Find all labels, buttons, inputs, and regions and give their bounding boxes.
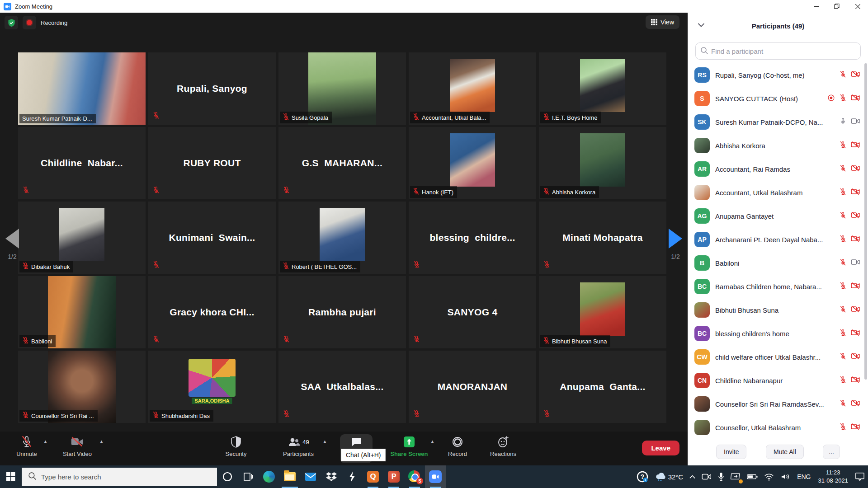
find-participant-input[interactable]	[695, 42, 861, 60]
video-on-icon[interactable]	[851, 117, 860, 127]
security-button[interactable]: Security	[214, 434, 258, 463]
video-tile[interactable]: Childline Nabar...	[18, 127, 146, 199]
participants-button[interactable]: 49 ▲ Participants	[271, 434, 326, 463]
mic-muted-icon[interactable]	[840, 352, 846, 362]
taskbar-app-powerpoint[interactable]: P	[383, 465, 404, 488]
video-tile[interactable]: Kunimani Swain...	[148, 202, 276, 274]
video-tile[interactable]: Anupama Ganta...	[539, 351, 666, 423]
participant-row[interactable]: Bibhuti Bhusan Suna	[688, 298, 864, 322]
video-tile[interactable]: Abhisha Korkora	[539, 127, 666, 199]
video-on-icon[interactable]	[851, 258, 860, 267]
participant-row[interactable]: APArchanarani Pt. Deen Dayal Naba...	[688, 228, 864, 251]
video-tile[interactable]: Minati Mohapatra	[539, 202, 666, 274]
help-tray-icon[interactable]: ?i	[633, 465, 651, 488]
video-tile[interactable]: Counsellor Sri Sri Rai ...	[18, 351, 146, 423]
mic-muted-icon[interactable]	[840, 376, 846, 385]
video-tile[interactable]: SANYOG 4	[409, 276, 536, 348]
hidden-icons-chevron[interactable]	[686, 465, 698, 488]
language-indicator[interactable]: ENG	[793, 473, 814, 480]
video-tile[interactable]: MANORANJAN	[409, 351, 536, 423]
mic-muted-icon[interactable]	[840, 70, 846, 80]
participant-row[interactable]: Abhisha Korkora	[688, 134, 864, 157]
minimize-button[interactable]	[806, 0, 826, 13]
action-center-button[interactable]	[852, 465, 868, 488]
video-tile[interactable]: Robert ( BETHEL GOS...	[278, 202, 406, 274]
participant-row[interactable]: CNChildline Nabaranapur	[688, 369, 864, 392]
video-off-icon[interactable]	[851, 235, 860, 244]
invite-button[interactable]: Invite	[716, 445, 746, 459]
taskbar-app-chrome[interactable]: S	[404, 465, 425, 488]
video-tile[interactable]: SARA,ODISHA Shubhadarshi Das	[148, 351, 276, 423]
mic-muted-icon[interactable]	[840, 423, 846, 432]
start-video-button[interactable]: ▲ Start Video	[52, 434, 102, 463]
panel-collapse-chevron-icon[interactable]	[698, 21, 704, 29]
mute-all-button[interactable]: Mute All	[766, 445, 804, 459]
grid-page-next[interactable]: 1/2	[665, 229, 686, 260]
previous-page-arrow-icon[interactable]	[5, 229, 19, 249]
share-options-chevron[interactable]: ▲	[430, 439, 435, 444]
video-off-icon[interactable]	[851, 329, 860, 338]
participant-row[interactable]: BBabiloni	[688, 251, 864, 275]
participant-row[interactable]: SKSuresh Kumar Patnaik-DCPO, Na...	[688, 110, 864, 134]
recording-indicator-icon[interactable]	[23, 16, 36, 29]
mic-muted-icon[interactable]	[840, 305, 846, 315]
video-off-icon[interactable]	[851, 164, 860, 174]
restore-button[interactable]	[826, 0, 847, 13]
participant-row[interactable]: SSANYOG CUTTACK (Host)	[688, 87, 864, 110]
video-tile[interactable]: Rambha pujari	[278, 276, 406, 348]
clock[interactable]: 11:23 31-08-2021	[815, 469, 852, 484]
taskbar-search[interactable]	[22, 468, 217, 486]
video-options-chevron[interactable]: ▲	[99, 439, 104, 444]
mic-muted-icon[interactable]	[840, 258, 846, 268]
participant-row[interactable]: Counsellor, Utkal Balashram	[688, 416, 864, 439]
mic-muted-icon[interactable]	[840, 188, 846, 197]
video-tile[interactable]: Susila Gopala	[278, 52, 406, 125]
video-tile[interactable]: Rupali, Sanyog	[148, 52, 276, 125]
mic-in-use-icon[interactable]	[715, 465, 727, 488]
task-view-button[interactable]	[238, 465, 259, 488]
video-off-icon[interactable]	[851, 423, 860, 432]
taskbar-app-lightning[interactable]	[342, 465, 363, 488]
more-options-button[interactable]: ...	[823, 445, 840, 459]
taskbar-app-file-explorer[interactable]	[279, 465, 300, 488]
encryption-shield-icon[interactable]	[5, 16, 18, 29]
video-off-icon[interactable]	[851, 282, 860, 291]
video-tile[interactable]: Hanok (IET)	[409, 127, 536, 199]
video-off-icon[interactable]	[851, 141, 860, 150]
video-tile[interactable]: Accountant, Utkal Bala...	[409, 52, 536, 125]
taskbar-app-dropbox[interactable]	[321, 465, 342, 488]
start-button[interactable]	[0, 465, 22, 488]
video-tile[interactable]: Babiloni	[18, 276, 146, 348]
close-button[interactable]	[847, 0, 868, 13]
video-off-icon[interactable]	[851, 70, 860, 80]
mic-muted-icon[interactable]	[840, 94, 846, 103]
mic-muted-icon[interactable]	[840, 329, 846, 338]
video-tile[interactable]: SAA Utkalbalas...	[278, 351, 406, 423]
video-tile[interactable]: RUBY ROUT	[148, 127, 276, 199]
participant-row[interactable]: BCBarnabas Children home, Nabara...	[688, 275, 864, 298]
participant-row[interactable]: Counsellor Sri Sri Rai RamdasSev...	[688, 392, 864, 416]
mic-muted-icon[interactable]	[840, 211, 846, 221]
taskbar-app-edge[interactable]	[259, 465, 279, 488]
unmute-button[interactable]: ▲ Unmute	[7, 434, 46, 463]
cortana-button[interactable]	[217, 465, 238, 488]
record-button[interactable]: Record	[439, 434, 476, 463]
taskbar-app-zoom[interactable]	[425, 465, 446, 488]
mic-muted-icon[interactable]	[840, 141, 846, 150]
mic-muted-icon[interactable]	[840, 235, 846, 244]
grid-page-previous[interactable]: 1/2	[2, 229, 23, 260]
taskbar-app-quick-heal[interactable]: Q	[363, 465, 383, 488]
video-tile[interactable]: blessing childre...	[409, 202, 536, 274]
video-off-icon[interactable]	[851, 188, 860, 197]
participants-scrollbar[interactable]	[864, 63, 867, 380]
video-off-icon[interactable]	[851, 376, 860, 385]
video-off-icon[interactable]	[851, 399, 860, 408]
next-page-arrow-icon[interactable]	[669, 229, 682, 249]
battery-icon[interactable]	[744, 465, 761, 488]
participant-row[interactable]: ARAccountant, Rai Ramdas	[688, 157, 864, 181]
video-tile[interactable]: Gracy khora CHI...	[148, 276, 276, 348]
video-tile[interactable]: G.S MAHARAN...	[278, 127, 406, 199]
video-off-icon[interactable]	[851, 352, 860, 361]
video-tile[interactable]: Bibhuti Bhusan Suna	[539, 276, 666, 348]
view-button[interactable]: View	[646, 15, 679, 29]
